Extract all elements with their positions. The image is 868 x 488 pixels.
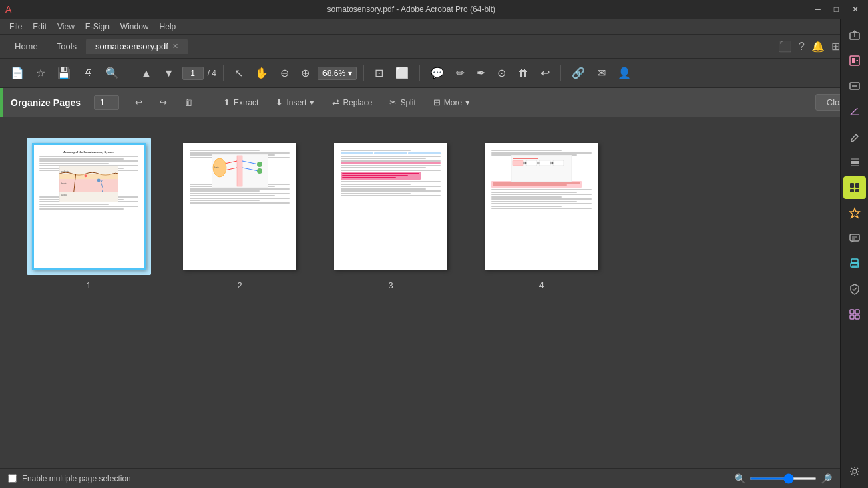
page-2-thumbnail[interactable]: brain: [183, 143, 296, 270]
zoom-controls: 🔍 🔎: [734, 473, 832, 484]
sidebar-export-icon[interactable]: [843, 49, 866, 72]
page-1-content: Anatomy of the Somatosensory System: [34, 145, 144, 268]
comment-button[interactable]: 💬: [427, 64, 448, 82]
bookmark-button[interactable]: ☆: [32, 64, 49, 82]
right-sidebar: [840, 19, 868, 488]
send-email-button[interactable]: ✉: [593, 64, 610, 82]
apps-icon[interactable]: ⊞: [831, 40, 840, 53]
p4-line6: [491, 196, 562, 198]
bottom-bar: Enable multiple page selection 🔍 🔎: [0, 468, 840, 488]
sidebar-share-icon[interactable]: [843, 24, 866, 47]
draw-button[interactable]: ✏: [452, 64, 469, 82]
zoom-level-dropdown[interactable]: 68.6% ▾: [318, 67, 357, 80]
page-3-container[interactable]: 3: [329, 138, 453, 448]
p3-line2: [341, 158, 426, 159]
insert-button[interactable]: ⬇ Insert ▾: [270, 95, 320, 110]
save-button[interactable]: 💾: [53, 64, 75, 82]
sidebar-more-tools-icon[interactable]: [843, 303, 866, 326]
sidebar-enhance-icon[interactable]: [843, 202, 866, 224]
search-button[interactable]: 🔍: [101, 64, 123, 82]
menu-view[interactable]: View: [52, 21, 80, 33]
sidebar-comment-icon[interactable]: [843, 227, 866, 250]
notifications-icon[interactable]: 🔔: [811, 40, 825, 53]
new-document-button[interactable]: 📄: [7, 64, 28, 82]
fit-page-button[interactable]: ⊡: [371, 64, 387, 82]
page-total: / 4: [208, 69, 216, 78]
page-3-thumbnail[interactable]: [334, 143, 447, 270]
replace-button[interactable]: ⇄ Replace: [327, 95, 377, 110]
page-selector[interactable]: 1 2 3 4: [94, 95, 119, 110]
p3-highlight1: [341, 162, 441, 164]
sidebar-organize-icon[interactable]: [843, 176, 866, 199]
select-tool-button[interactable]: ↖: [230, 64, 247, 82]
sidebar-annotate-icon[interactable]: [843, 126, 866, 148]
sidebar-print-icon[interactable]: [843, 252, 866, 275]
hand-tool-button[interactable]: ✋: [251, 64, 272, 82]
tab-home[interactable]: Home: [5, 39, 47, 54]
sign-svg: [849, 105, 861, 117]
marquee-zoom-button[interactable]: ⬜: [391, 64, 413, 82]
sidebar-compress-icon[interactable]: [843, 75, 866, 97]
zoom-in-button[interactable]: ⊕: [297, 64, 314, 82]
print-button[interactable]: 🖨: [79, 65, 97, 82]
delete-pages-button[interactable]: 🗑: [179, 95, 198, 110]
organize-sep-1: [208, 95, 208, 111]
zoom-out-bottom-button[interactable]: 🔍: [734, 473, 746, 484]
page-1-thumbnail[interactable]: Anatomy of the Somatosensory System: [32, 143, 146, 270]
tab-bar: Home Tools somatosensory.pdf ✕ ⬛ ? 🔔 ⊞ A: [0, 35, 868, 59]
redo-organize-button[interactable]: ↪: [154, 95, 172, 110]
p4-line9: [491, 203, 592, 204]
menu-file[interactable]: File: [4, 21, 27, 33]
zoom-out-button[interactable]: ⊖: [276, 64, 293, 82]
menu-help[interactable]: Help: [154, 21, 182, 33]
p2-line6: [190, 188, 290, 190]
account-toolbar-button[interactable]: 👤: [614, 64, 635, 82]
more-button[interactable]: ⊞ More ▾: [428, 95, 475, 110]
sidebar-protect-icon[interactable]: [843, 278, 866, 300]
undo-button[interactable]: ↩: [537, 64, 554, 82]
split-button[interactable]: ✂ Split: [384, 95, 421, 110]
sidebar-settings-icon[interactable]: [843, 460, 866, 483]
p2-line8: [190, 193, 290, 194]
page-2-container[interactable]: brain 2: [178, 138, 302, 448]
p3-line10: [341, 188, 426, 190]
share-link-button[interactable]: 🔗: [568, 64, 589, 82]
zoom-in-bottom-button[interactable]: 🔎: [821, 473, 832, 484]
sidebar-sign-icon[interactable]: [843, 100, 866, 123]
help-icon[interactable]: ?: [799, 41, 805, 53]
maximize-button[interactable]: □: [830, 3, 843, 15]
minimize-button[interactable]: ─: [811, 3, 825, 15]
signature-button[interactable]: ✒: [473, 64, 489, 82]
tab-close-button[interactable]: ✕: [172, 42, 178, 51]
signed-in-icon[interactable]: ⬛: [779, 40, 792, 53]
page-4-container[interactable]: 4: [479, 138, 604, 448]
close-window-button[interactable]: ✕: [848, 3, 863, 15]
multi-select-checkbox[interactable]: [8, 474, 17, 483]
menu-window[interactable]: Window: [115, 21, 154, 33]
insert-dropdown-icon: ▾: [310, 97, 314, 107]
zoom-slider[interactable]: [750, 477, 817, 480]
svg-text:brain: brain: [214, 166, 219, 169]
extract-button[interactable]: ⬆ Extract: [218, 95, 264, 110]
svg-rect-1: [59, 174, 119, 179]
undo-organize-button[interactable]: ↩: [130, 95, 148, 110]
multi-select-label[interactable]: Enable multiple page selection: [22, 474, 131, 483]
tab-document[interactable]: somatosensory.pdf ✕: [86, 39, 188, 54]
more-label: More: [444, 98, 462, 107]
p3-line3: [341, 160, 441, 162]
page-1-container[interactable]: Anatomy of the Somatosensory System: [27, 138, 151, 448]
page-number-input[interactable]: [182, 67, 204, 80]
stamp-button[interactable]: ⊙: [493, 64, 510, 82]
sidebar-redact-icon[interactable]: [843, 151, 866, 174]
next-page-button[interactable]: ▼: [160, 65, 178, 82]
delete-button[interactable]: 🗑: [514, 65, 533, 82]
menu-esign[interactable]: E-Sign: [80, 21, 115, 33]
p3-line6: [341, 170, 441, 171]
split-label: Split: [400, 98, 415, 107]
tab-document-label: somatosensory.pdf: [95, 41, 168, 51]
tab-tools[interactable]: Tools: [47, 39, 86, 54]
previous-page-button[interactable]: ▲: [137, 65, 156, 82]
page-4-thumbnail[interactable]: [485, 143, 598, 270]
window-controls[interactable]: ─ □ ✕: [811, 3, 863, 15]
menu-edit[interactable]: Edit: [27, 21, 52, 33]
